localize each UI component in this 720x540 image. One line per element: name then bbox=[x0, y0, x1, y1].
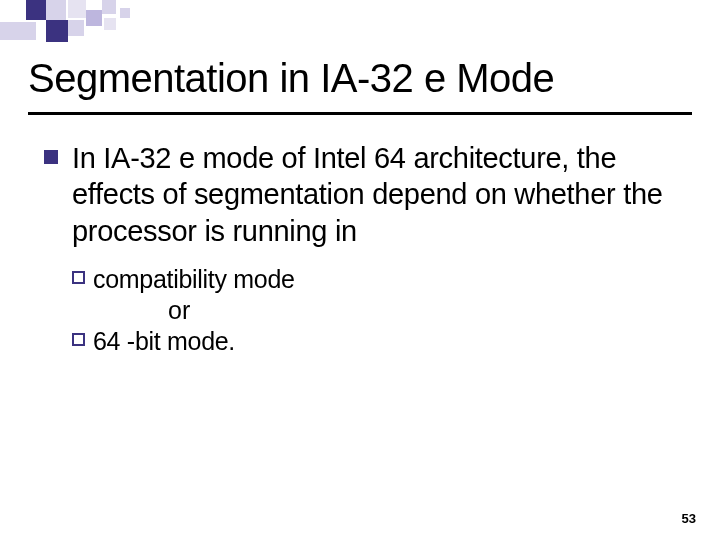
sub-bullet-text: compatibility mode bbox=[93, 265, 295, 294]
bullet-level1: In IA-32 e mode of Intel 64 architecture… bbox=[44, 140, 684, 249]
title-underline bbox=[28, 112, 692, 115]
square-bullet-icon bbox=[44, 150, 58, 164]
sub-bullet-2: 64 -bit mode. bbox=[72, 327, 684, 356]
slide-title: Segmentation in IA-32 e Mode bbox=[28, 56, 554, 101]
corner-decoration bbox=[0, 0, 140, 40]
hollow-square-bullet-icon bbox=[72, 333, 85, 346]
sub-bullets: compatibility mode or 64 -bit mode. bbox=[72, 265, 684, 356]
hollow-square-bullet-icon bbox=[72, 271, 85, 284]
or-text: or bbox=[168, 296, 684, 325]
sub-bullet-text: 64 -bit mode. bbox=[93, 327, 235, 356]
page-number: 53 bbox=[682, 511, 696, 526]
slide-body: In IA-32 e mode of Intel 64 architecture… bbox=[44, 140, 684, 358]
sub-bullet-1: compatibility mode bbox=[72, 265, 684, 294]
bullet-text: In IA-32 e mode of Intel 64 architecture… bbox=[72, 140, 684, 249]
